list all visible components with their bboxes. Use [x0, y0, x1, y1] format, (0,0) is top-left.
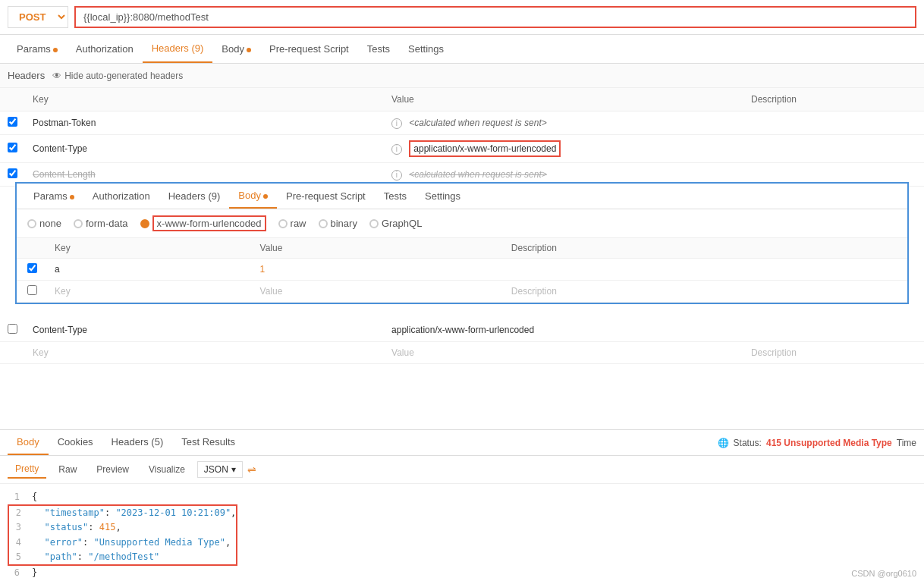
radio-none[interactable]: none — [27, 218, 61, 229]
overlay-tab-pre-request[interactable]: Pre-request Script — [277, 184, 375, 208]
overlay-tab-authorization[interactable]: Authorization — [83, 184, 159, 208]
code-area: 1 { 2 "timestamp": "2023-12-01 10:21:09"… — [0, 484, 924, 581]
code-line: 6 } — [8, 566, 916, 580]
row-key: Postman-Token — [25, 111, 384, 135]
header-col-checkbox — [0, 88, 25, 111]
info-icon[interactable]: i — [391, 118, 402, 129]
time-label: Time — [897, 438, 916, 448]
overlay-params-dot — [70, 195, 74, 199]
filter-icon[interactable]: ⇌ — [247, 463, 256, 476]
overlay-tab-params[interactable]: Params — [24, 184, 83, 208]
globe-icon: 🌐 — [718, 438, 729, 448]
body-toolbar: Pretty Raw Preview Visualize JSON ▾ ⇌ — [0, 456, 924, 484]
status-label: Status: — [734, 438, 762, 448]
format-tab-visualize[interactable]: Visualize — [141, 461, 193, 478]
csdn-watermark: CSDN @org0610 — [851, 569, 916, 578]
row-desc — [743, 111, 924, 135]
tab-params[interactable]: Params — [8, 36, 67, 62]
code-line: 5 "path": "/methodTest" — [9, 550, 236, 564]
radio-form-data-circle — [74, 219, 83, 228]
response-tab-cookies[interactable]: Cookies — [49, 430, 102, 455]
header-col-key: Key — [25, 88, 384, 111]
overlay-table-row: Key Value Description — [17, 281, 907, 303]
params-dot — [53, 48, 58, 52]
top-tabs-row: Params Authorization Headers (9) Body Pr… — [0, 35, 924, 64]
row-value: i application/x-www-form-urlencoded — [384, 135, 743, 163]
request-bar: POST — [0, 0, 924, 35]
headers-table: Key Value Description Postman-Token i <c… — [0, 88, 924, 187]
response-tab-body[interactable]: Body — [8, 430, 49, 455]
body-type-row: none form-data x-www-form-urlencoded raw… — [17, 209, 907, 238]
overlay-col-checkbox — [17, 238, 47, 259]
status-bar: 🌐 Status: 415 Unsupported Media Type Tim… — [718, 438, 916, 448]
status-value: 415 Unsupported Media Type — [766, 438, 892, 448]
tab-headers[interactable]: Headers (9) — [143, 35, 213, 63]
response-tab-test-results[interactable]: Test Results — [172, 430, 244, 455]
row-checkbox[interactable] — [8, 168, 17, 178]
lower-row-key-placeholder[interactable]: Key — [25, 342, 384, 364]
radio-graphql[interactable]: GraphQL — [369, 218, 422, 229]
tab-authorization[interactable]: Authorization — [67, 36, 143, 62]
overlay-row-checkbox[interactable] — [27, 263, 37, 273]
lower-table-row: Key Value Description — [0, 342, 924, 364]
format-tab-raw[interactable]: Raw — [51, 461, 84, 478]
radio-form-data[interactable]: form-data — [74, 218, 128, 229]
overlay-row-checkbox[interactable] — [27, 285, 37, 295]
tab-pre-request[interactable]: Pre-request Script — [260, 36, 358, 62]
overlay-row-desc-placeholder[interactable]: Description — [504, 281, 907, 303]
response-tabs: Body Cookies Headers (5) Test Results — [8, 430, 244, 455]
row-checkbox[interactable] — [8, 117, 17, 127]
overlay-table: Key Value Description a 1 Key Value Desc… — [17, 238, 907, 303]
hide-auto-headers-button[interactable]: 👁 Hide auto-generated headers — [52, 71, 183, 81]
overlay-col-desc: Description — [504, 238, 907, 259]
row-value: i <calculated when request is sent> — [384, 111, 743, 135]
format-tab-preview[interactable]: Preview — [89, 461, 137, 478]
overlay-tab-headers[interactable]: Headers (9) — [159, 184, 230, 208]
overlay-tab-body[interactable]: Body — [229, 184, 277, 209]
overlay-tab-settings[interactable]: Settings — [416, 184, 470, 208]
overlay-row-value: 1 — [253, 259, 504, 281]
tab-tests[interactable]: Tests — [358, 36, 399, 62]
response-tab-headers[interactable]: Headers (5) — [102, 430, 173, 455]
overlay-row-key: a — [47, 259, 253, 281]
overlay-tab-tests[interactable]: Tests — [375, 184, 416, 208]
lower-row-value-placeholder[interactable]: Value — [384, 342, 743, 364]
info-icon[interactable]: i — [391, 144, 402, 155]
radio-x-www-form-urlencoded[interactable]: x-www-form-urlencoded — [140, 215, 266, 231]
format-tab-pretty[interactable]: Pretty — [8, 460, 46, 479]
overlay-col-value: Value — [253, 238, 504, 259]
header-col-desc: Description — [743, 88, 924, 111]
url-input[interactable] — [74, 6, 916, 28]
chevron-down-icon: ▾ — [231, 464, 236, 475]
radio-binary[interactable]: binary — [319, 218, 357, 229]
tab-settings[interactable]: Settings — [399, 36, 453, 62]
headers-section-header: Headers 👁 Hide auto-generated headers — [0, 64, 924, 88]
lower-row-value: application/x-www-form-urlencoded — [384, 319, 743, 342]
json-format-select[interactable]: JSON ▾ — [197, 461, 243, 478]
method-select[interactable]: POST — [8, 6, 68, 28]
lower-row-checkbox[interactable] — [8, 324, 17, 334]
overlay-col-key: Key — [47, 238, 253, 259]
row-checkbox[interactable] — [8, 143, 17, 152]
body-dot — [247, 48, 251, 52]
overlay-row-value-placeholder[interactable]: Value — [253, 281, 504, 303]
overlay-panel: Params Authorization Headers (9) Body Pr… — [15, 182, 909, 304]
overlay-tabs: Params Authorization Headers (9) Body Pr… — [17, 184, 907, 209]
code-line: 3 "status": 415, — [9, 520, 236, 535]
response-tabs-row: Body Cookies Headers (5) Test Results 🌐 … — [0, 430, 924, 456]
info-icon[interactable]: i — [391, 170, 402, 181]
overlay-row-key-placeholder[interactable]: Key — [47, 281, 253, 303]
tab-body[interactable]: Body — [212, 36, 260, 62]
radio-raw-circle — [278, 219, 288, 228]
table-row: Postman-Token i <calculated when request… — [0, 111, 924, 135]
radio-graphql-circle — [369, 219, 379, 228]
table-row: Content-Type i application/x-www-form-ur… — [0, 135, 924, 163]
code-line: 2 "timestamp": "2023-12-01 10:21:09", — [9, 506, 236, 520]
lower-headers-section: Content-Type application/x-www-form-urle… — [0, 319, 924, 364]
lower-row-desc-placeholder[interactable]: Description — [743, 342, 924, 364]
radio-none-circle — [27, 219, 36, 228]
lower-headers-table: Content-Type application/x-www-form-urle… — [0, 319, 924, 364]
row-desc — [743, 135, 924, 163]
overlay-body-dot — [263, 194, 268, 199]
radio-raw[interactable]: raw — [278, 218, 306, 229]
